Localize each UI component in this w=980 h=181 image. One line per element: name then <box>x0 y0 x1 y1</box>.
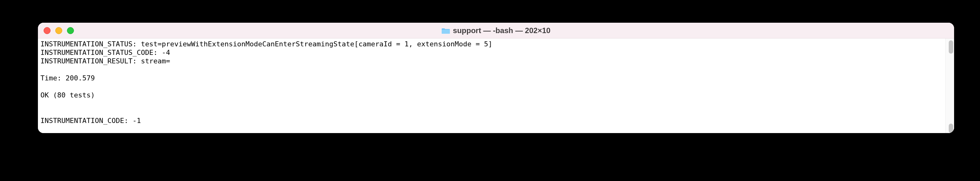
window-title: support — -bash — 202×10 <box>453 26 550 35</box>
terminal-line: INSTRUMENTATION_RESULT: stream= <box>40 57 951 65</box>
terminal-line: INSTRUMENTATION_CODE: -1 <box>40 116 951 125</box>
terminal-line <box>40 65 951 74</box>
terminal-line: INSTRUMENTATION_STATUS_CODE: -4 <box>40 48 951 57</box>
terminal-line: Time: 200.579 <box>40 74 951 82</box>
terminal-body[interactable]: INSTRUMENTATION_STATUS: test=previewWith… <box>38 38 954 133</box>
terminal-line: OK (80 tests) <box>40 91 951 99</box>
terminal-line: INSTRUMENTATION_STATUS: test=previewWith… <box>40 40 951 48</box>
titlebar[interactable]: support — -bash — 202×10 <box>38 23 954 38</box>
scrollbar-thumb[interactable] <box>949 124 953 133</box>
scrollbar-thumb[interactable] <box>949 40 953 54</box>
folder-icon <box>442 27 450 34</box>
scrollbar-track[interactable] <box>945 38 954 133</box>
minimize-button[interactable] <box>55 27 62 34</box>
traffic-lights <box>44 27 74 34</box>
close-button[interactable] <box>44 27 51 34</box>
terminal-window: support — -bash — 202×10 INSTRUMENTATION… <box>38 23 954 133</box>
terminal-line <box>40 99 951 108</box>
zoom-button[interactable] <box>67 27 74 34</box>
terminal-line <box>40 82 951 91</box>
terminal-output: INSTRUMENTATION_STATUS: test=previewWith… <box>40 40 951 125</box>
window-title-container: support — -bash — 202×10 <box>38 26 954 35</box>
terminal-line <box>40 108 951 116</box>
